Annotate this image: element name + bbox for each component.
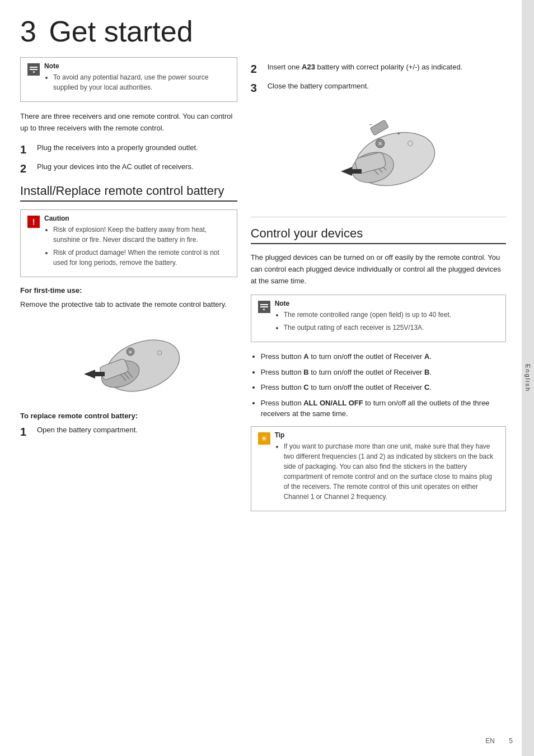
caution-item-1: Risk of explosion! Keep the battery away… (53, 225, 230, 245)
replace-steps-continued: 2 Insert one A23 battery with correct po… (251, 17, 506, 95)
control-bullet-a: Press button A to turn on/off the outlet… (261, 351, 506, 362)
caution-box: ! Caution Risk of explosion! Keep the ba… (20, 209, 237, 277)
replace-steps: 1 Open the battery compartment. (20, 424, 237, 439)
note-icon (27, 63, 40, 76)
svg-text:+: + (397, 130, 400, 137)
section-divider (251, 217, 506, 217)
note-box-2: Note The remote controlled range (open f… (251, 295, 506, 342)
remote-illustration-right: ✕ + − (314, 103, 443, 207)
tip-box: ✳ Tip If you want to purchase more than … (251, 426, 506, 511)
tip-icon: ✳ (258, 432, 270, 445)
en-label: EN (485, 737, 495, 745)
tip-list: If you want to purchase more than one un… (275, 441, 499, 502)
remote-illustration-left: ✕ (70, 318, 188, 405)
control-bullet-all: Press button ALL ON/ALL OFF to turn on/o… (261, 398, 506, 419)
svg-text:−: − (369, 121, 372, 128)
caution-icon: ! (27, 216, 40, 228)
svg-text:✕: ✕ (378, 141, 382, 147)
tip-content: Tip If you want to purchase more than on… (275, 431, 499, 506)
replace-heading: To replace remote control battery: (20, 412, 237, 420)
replace-step-2: 2 Insert one A23 battery with correct po… (251, 62, 506, 76)
svg-rect-22 (370, 120, 388, 136)
setup-step-2: 2 Plug your devices into the AC outlet o… (20, 161, 237, 176)
replace-step-1: 1 Open the battery compartment. (20, 424, 237, 439)
intro-text: There are three receivers and one remote… (20, 111, 237, 134)
note-box-1: Note To avoid any potential hazard, use … (20, 57, 237, 102)
chapter-heading: 3 Get started (20, 17, 237, 46)
caution-label: Caution (44, 214, 230, 222)
control-section-heading: Control your devices (251, 226, 506, 244)
first-time-heading: For first-time use: (20, 286, 237, 295)
setup-step-1: 1 Plug the receivers into a properly gro… (20, 142, 237, 157)
install-section-heading: Install/Replace remote control battery (20, 184, 237, 202)
control-bullet-b: Press button B to turn on/off the outlet… (261, 367, 506, 378)
caution-list: Risk of explosion! Keep the battery away… (44, 225, 230, 268)
side-tab: English (522, 0, 534, 756)
note-item-2a: The remote controlled range (open field)… (284, 310, 452, 320)
caution-item-2: Risk of product damage! When the remote … (53, 248, 230, 268)
note-item-2b: The output rating of each receiver is 12… (284, 323, 452, 333)
note-list-1: To avoid any potential hazard, use the p… (44, 72, 230, 92)
setup-steps: 1 Plug the receivers into a properly gro… (20, 142, 237, 176)
note-icon-2 (258, 301, 270, 313)
page-number: 5 (509, 737, 513, 745)
note-list-2: The remote controlled range (open field)… (275, 310, 452, 333)
svg-text:✕: ✕ (128, 349, 133, 355)
tip-label: Tip (275, 431, 499, 439)
chapter-number: 3 (20, 15, 36, 48)
note-label-1: Note (44, 62, 230, 70)
chapter-title: Get started (49, 15, 193, 48)
control-intro: The plugged devices can be turned on or … (251, 252, 506, 287)
note-content-2: Note The remote controlled range (open f… (275, 300, 452, 337)
control-bullets: Press button A to turn on/off the outlet… (251, 351, 506, 419)
note-label-2: Note (275, 300, 452, 307)
tip-text: If you want to purchase more than one un… (284, 441, 499, 502)
replace-step-3: 3 Close the battery compartment. (251, 81, 506, 95)
first-time-text: Remove the protective tab to activate th… (20, 299, 237, 311)
svg-rect-7 (93, 372, 105, 376)
note-item-1: To avoid any potential hazard, use the p… (53, 72, 230, 92)
note-content-1: Note To avoid any potential hazard, use … (44, 62, 230, 97)
control-bullet-c: Press button C to turn on/off the outlet… (261, 382, 506, 393)
svg-rect-18 (350, 169, 362, 174)
caution-content: Caution Risk of explosion! Keep the batt… (44, 214, 230, 272)
